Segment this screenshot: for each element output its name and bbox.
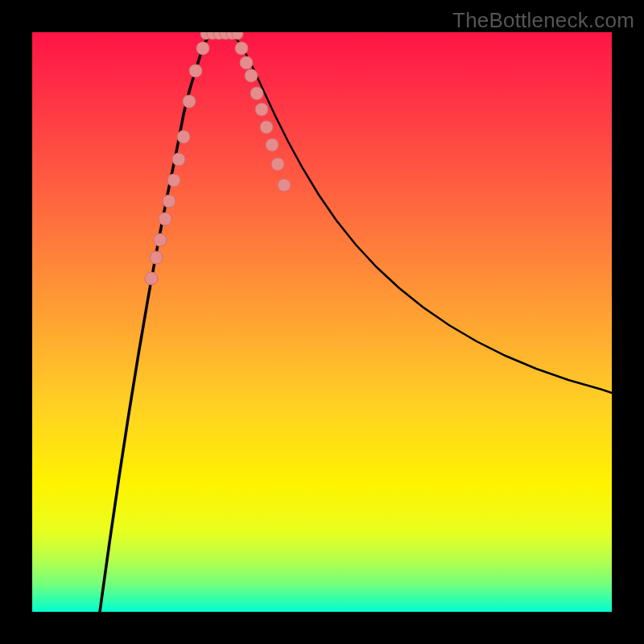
data-marker xyxy=(240,56,253,69)
data-marker xyxy=(271,158,284,171)
data-marker xyxy=(154,233,167,246)
data-marker xyxy=(260,121,273,134)
data-marker xyxy=(159,213,171,225)
data-marker xyxy=(255,103,268,116)
data-marker xyxy=(172,153,185,166)
data-marker xyxy=(177,130,190,143)
data-marker xyxy=(163,195,175,208)
chart-frame: TheBottleneck.com xyxy=(0,0,644,644)
chart-plot-area xyxy=(32,32,612,612)
data-marker xyxy=(235,42,248,55)
data-marker xyxy=(167,174,180,187)
data-marker xyxy=(189,64,202,77)
curve-segment xyxy=(100,35,209,612)
curve-segment xyxy=(233,35,612,393)
watermark-text: TheBottleneck.com xyxy=(452,8,634,33)
data-marker xyxy=(183,95,196,108)
data-marker xyxy=(150,251,163,264)
data-marker xyxy=(196,42,209,55)
data-marker xyxy=(245,69,258,82)
data-marker xyxy=(145,272,158,285)
data-marker xyxy=(266,138,279,151)
data-marker xyxy=(250,87,263,100)
data-marker xyxy=(278,179,291,192)
data-marker xyxy=(232,32,243,39)
bottleneck-curve-chart xyxy=(32,32,612,612)
